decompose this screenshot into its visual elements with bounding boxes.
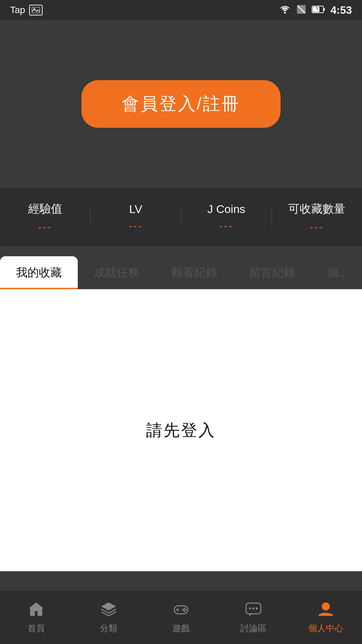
stat-collectible-value: --- bbox=[310, 221, 324, 233]
battery-icon bbox=[312, 5, 325, 15]
stat-experience: 經驗值 --- bbox=[0, 201, 90, 233]
stat-coins-value: --- bbox=[219, 220, 233, 232]
stats-bar: 經驗值 --- LV --- J Coins --- 可收藏數量 --- bbox=[0, 188, 362, 246]
nav-forum[interactable]: 討論區 bbox=[217, 600, 290, 634]
wifi-icon bbox=[279, 5, 291, 15]
tab-my-collection[interactable]: 我的收藏 bbox=[0, 256, 78, 289]
person-icon bbox=[317, 600, 335, 619]
svg-point-16 bbox=[184, 610, 185, 612]
bottom-nav: 首頁 分類 遊戲 bbox=[0, 590, 362, 644]
stat-coins-label: J Coins bbox=[207, 203, 245, 216]
nav-games[interactable]: 遊戲 bbox=[145, 600, 217, 634]
stat-lv: LV --- bbox=[90, 203, 181, 232]
stat-collectible-label: 可收藏數量 bbox=[288, 201, 345, 217]
status-time: 4:53 bbox=[330, 4, 352, 16]
tab-comments-history[interactable]: 留言紀錄 bbox=[233, 256, 311, 289]
chat-icon bbox=[245, 600, 262, 619]
nav-categories[interactable]: 分類 bbox=[72, 600, 145, 634]
stat-collectible: 可收藏數量 --- bbox=[272, 201, 362, 233]
nav-games-label: 遊戲 bbox=[172, 623, 190, 634]
svg-point-19 bbox=[249, 607, 251, 609]
svg-rect-8 bbox=[313, 7, 319, 12]
app-name-label: Tap bbox=[10, 5, 25, 15]
layers-icon bbox=[100, 600, 117, 619]
svg-point-3 bbox=[284, 12, 286, 14]
image-icon bbox=[29, 5, 43, 15]
login-register-button[interactable]: 會員登入/註冊 bbox=[81, 80, 281, 128]
sim-icon bbox=[296, 4, 306, 16]
nav-home[interactable]: 首頁 bbox=[0, 600, 72, 634]
svg-point-15 bbox=[185, 609, 187, 611]
tabs-container: 我的收藏 成就任務 觀看紀錄 留言紀錄 個... bbox=[0, 246, 362, 289]
nav-profile-label: 個人中心 bbox=[308, 623, 343, 634]
tab-watch-history[interactable]: 觀看紀錄 bbox=[156, 256, 233, 289]
home-icon bbox=[27, 600, 45, 619]
hero-area: 會員登入/註冊 bbox=[0, 20, 362, 188]
status-right: 4:53 bbox=[279, 4, 352, 16]
stat-coins: J Coins --- bbox=[181, 203, 272, 232]
stat-experience-label: 經驗值 bbox=[28, 201, 62, 217]
status-bar: Tap bbox=[0, 0, 362, 20]
content-area: 請先登入 bbox=[0, 289, 362, 571]
tab-achievements[interactable]: 成就任務 bbox=[78, 256, 156, 289]
gamepad-icon bbox=[172, 600, 190, 619]
nav-profile[interactable]: 個人中心 bbox=[290, 600, 362, 634]
svg-point-17 bbox=[182, 609, 184, 611]
svg-rect-0 bbox=[32, 7, 40, 13]
stat-lv-label: LV bbox=[129, 203, 142, 216]
tab-more[interactable]: 個... bbox=[311, 256, 362, 289]
stat-lv-value: --- bbox=[129, 220, 143, 232]
nav-home-label: 首頁 bbox=[27, 623, 45, 634]
svg-point-22 bbox=[322, 602, 330, 610]
svg-rect-7 bbox=[323, 8, 325, 11]
nav-forum-label: 討論區 bbox=[240, 623, 266, 634]
nav-categories-label: 分類 bbox=[100, 623, 117, 634]
status-left: Tap bbox=[10, 5, 43, 15]
svg-point-14 bbox=[184, 608, 185, 609]
stat-experience-value: --- bbox=[38, 221, 52, 233]
svg-point-21 bbox=[256, 607, 258, 609]
please-login-message: 請先登入 bbox=[146, 420, 216, 441]
svg-point-20 bbox=[252, 607, 254, 609]
svg-marker-10 bbox=[101, 602, 116, 610]
